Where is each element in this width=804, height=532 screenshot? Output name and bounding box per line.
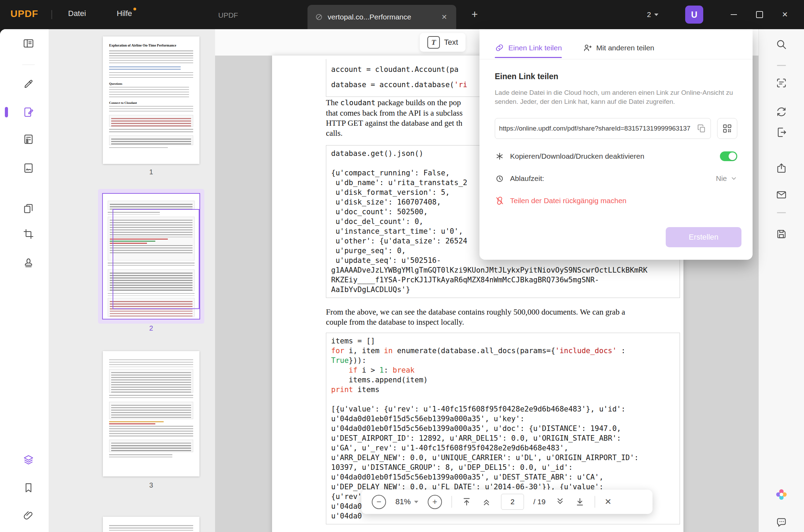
share-upload-icon[interactable] (774, 160, 789, 176)
crop-icon[interactable] (21, 226, 36, 242)
paragraph-from-above: From the above, we can see the database … (326, 307, 680, 327)
app-name-label: UPDF (218, 11, 238, 19)
close-button[interactable]: ✕ (777, 0, 793, 29)
highlight-placeholder (109, 421, 164, 422)
page-thumbnail-1[interactable]: Exploration of Airline On-Time Performan… (103, 36, 199, 164)
page-number-input[interactable]: 2 (501, 494, 524, 510)
restriction-icon (495, 151, 504, 161)
unlink-icon (495, 196, 504, 206)
layers-icon[interactable] (21, 452, 36, 467)
app-logo: UPDF (10, 8, 38, 19)
share-link-row: https://online.updf.com/pdf/share?shareI… (495, 118, 737, 139)
page-label-3[interactable]: 3 (103, 481, 199, 489)
annotation-pen-icon[interactable] (21, 76, 36, 92)
previous-page-button[interactable] (481, 497, 492, 507)
code-lines-placeholder (111, 443, 191, 452)
link-lines-placeholder (109, 66, 181, 71)
new-tab-button[interactable]: + (467, 7, 482, 22)
share-dialog-tabs: Einen Link teilen Mit anderen teilen (479, 29, 753, 52)
panel-layout-icon[interactable] (21, 36, 36, 51)
share-link-field[interactable]: https://online.updf.com/pdf/share?shareI… (495, 118, 711, 139)
page-thumbnail-2-selection (98, 189, 204, 324)
convert-icon[interactable] (774, 104, 789, 119)
share-section-heading: Einen Link teilen (495, 72, 737, 81)
ai-assistant-icon[interactable] (774, 487, 789, 502)
first-page-button[interactable] (461, 497, 472, 507)
create-button[interactable]: Erstellen (666, 227, 741, 247)
window-count-value: 2 (647, 10, 651, 19)
code-lines-placeholder (111, 372, 191, 392)
window-count-dropdown[interactable]: 2 (647, 0, 658, 29)
viewport-indicator[interactable] (113, 209, 199, 309)
toolbar-close-button[interactable]: ✕ (605, 497, 612, 507)
text-lines-placeholder (109, 72, 193, 80)
tab-share-others[interactable]: Mit anderen teilen (583, 43, 654, 52)
bookmark-icon[interactable] (21, 480, 36, 496)
email-icon[interactable] (774, 187, 789, 202)
text-tool-label: Text (444, 38, 458, 47)
last-page-button[interactable] (575, 497, 585, 507)
qr-code-button[interactable] (717, 118, 737, 139)
zoom-out-button[interactable]: − (372, 495, 386, 509)
code-lines-placeholder (111, 405, 191, 419)
page-label-1[interactable]: 1 (103, 168, 199, 176)
restrict-toggle[interactable] (720, 151, 737, 161)
menu-datei[interactable]: Datei (68, 9, 86, 18)
tab-share-others-label: Mit anderen teilen (596, 44, 654, 52)
revoke-row[interactable]: Teilen der Datei rückgängig machen (495, 196, 737, 206)
text-lines-placeholder (109, 50, 193, 65)
expiry-dropdown[interactable]: Nie (716, 174, 737, 183)
text-lines-placeholder (109, 525, 193, 532)
highlight-placeholder (109, 423, 155, 424)
tab-close-button[interactable]: ✕ (440, 11, 449, 23)
text-lines-placeholder (109, 426, 193, 438)
text-lines-placeholder (109, 129, 193, 133)
page-organize-icon[interactable] (21, 201, 36, 216)
user-avatar[interactable]: U (685, 6, 703, 24)
menu-hilfe-label: Hilfe (117, 9, 132, 18)
thumb-heading: Questions (109, 82, 193, 85)
text-lines-placeholder (109, 147, 168, 150)
zoom-level-dropdown[interactable]: 81% (395, 497, 418, 506)
history-clock-icon (495, 174, 504, 183)
toolbar-divider (777, 212, 786, 213)
share-description: Lade deine Datei in die Cloud hoch, um a… (495, 88, 737, 106)
search-icon[interactable] (774, 37, 789, 52)
menu-hilfe[interactable]: Hilfe (117, 9, 132, 18)
stamp-icon[interactable] (21, 255, 36, 270)
zoom-in-button[interactable]: + (428, 495, 442, 509)
revoke-label: Teilen der Datei rückgängig machen (510, 197, 626, 205)
toolbar-divider (22, 65, 35, 65)
next-page-button[interactable] (555, 497, 565, 507)
share-dialog: Einen Link teilen Mit anderen teilen Ein… (479, 29, 753, 260)
code-block-placeholder (109, 440, 193, 452)
attachment-icon[interactable] (21, 508, 36, 523)
expiry-value: Nie (716, 174, 727, 183)
page-edit-icon[interactable] (21, 105, 36, 120)
text-tool-icon: T (427, 36, 440, 49)
page-thumbnail-3[interactable] (103, 351, 199, 476)
minimize-button[interactable] (726, 0, 742, 29)
page-thumbnail-4[interactable] (103, 517, 199, 532)
export-icon[interactable] (774, 125, 789, 140)
zoom-toolbar: − 81% + 2 / 19 ✕ (361, 490, 653, 514)
document-tab[interactable]: vertopal.co...Performance ✕ (307, 5, 456, 29)
signature-icon[interactable] (21, 160, 36, 176)
toolbar-divider (777, 65, 786, 66)
text-tool-button[interactable]: T Text (420, 33, 466, 52)
tab-share-link[interactable]: Einen Link teilen (495, 43, 562, 52)
save-icon[interactable] (774, 226, 789, 242)
text-lines-placeholder (109, 87, 189, 99)
page-thumbnail-2[interactable] (102, 193, 200, 319)
thumb-heading: Connect to Cloudant (109, 101, 193, 105)
tab-title: vertopal.co...Performance (328, 13, 435, 21)
page-label-2[interactable]: 2 (103, 324, 199, 332)
tab-document-icon (315, 13, 323, 21)
maximize-button[interactable] (752, 0, 768, 29)
share-link-url: https://online.updf.com/pdf/share?shareI… (499, 125, 690, 132)
code-block-placeholder (109, 135, 193, 145)
feedback-chat-icon[interactable] (774, 515, 789, 530)
copy-icon[interactable] (697, 124, 706, 133)
ocr-icon[interactable] (774, 75, 789, 91)
form-field-icon[interactable] (21, 132, 36, 147)
